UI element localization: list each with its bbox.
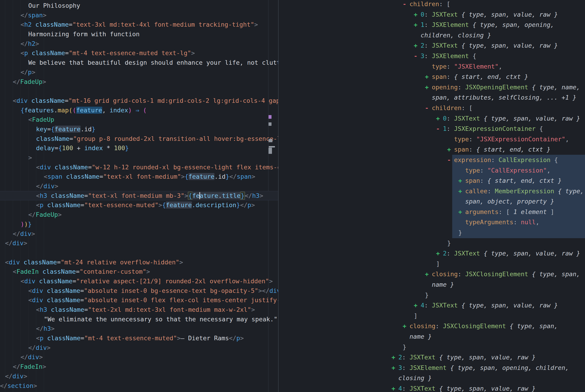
ast-line[interactable]: name }	[278, 280, 585, 290]
code-line[interactable]: <p className="mt-4 text-essence-muted te…	[0, 48, 278, 58]
ast-line[interactable]: +closing: JSXClosingElement { type, span…	[278, 321, 585, 332]
code-line[interactable]: </FadeUp>	[0, 77, 278, 86]
code-line[interactable]: We believe that beautiful design should …	[0, 58, 278, 68]
ast-line[interactable]: +4: JSXText { type, span, value, raw }	[278, 383, 585, 392]
code-line[interactable]: <p className="text-essence-muted">{featu…	[0, 200, 278, 210]
code-line[interactable]: </section>	[0, 381, 278, 391]
overview-ruler-mark[interactable]	[268, 148, 272, 154]
ast-line[interactable]: +2: JSXText { type, span, value, raw }	[278, 352, 585, 362]
ast-line[interactable]: +2: JSXText { type, span, value, raw }	[278, 248, 585, 259]
ast-line[interactable]: children, closing }	[278, 30, 585, 40]
ast-line[interactable]: +span: { start, end, ctxt }	[278, 176, 585, 186]
ast-line[interactable]: +0: JSXText { type, span, value, raw }	[278, 9, 585, 20]
code-line[interactable]: </h2>	[0, 39, 278, 48]
code-line[interactable]: ))}	[0, 220, 278, 229]
code-line[interactable]: <div className="w-12 h-12 rounded-xl bg-…	[0, 162, 278, 172]
ast-line[interactable]: +1: JSXElement { type, span, opening,	[278, 20, 585, 30]
pane-divider[interactable]	[278, 0, 278, 392]
ast-line[interactable]: +closing: JSXClosingElement { type, span…	[278, 269, 585, 280]
collapse-minus-icon[interactable]: -	[403, 0, 410, 9]
ast-line[interactable]: }	[278, 290, 585, 300]
code-line[interactable]: </span>	[0, 10, 278, 20]
overview-ruler-mark[interactable]	[268, 122, 271, 126]
expand-plus-icon[interactable]: +	[414, 20, 421, 30]
code-line[interactable]: </div>	[0, 238, 278, 248]
code-line[interactable]: <div className="mt-16 grid grid-cols-1 m…	[0, 96, 278, 106]
ast-line[interactable]: +2: JSXText { type, span, value, raw }	[278, 40, 585, 51]
code-line[interactable]: </div>	[0, 343, 278, 352]
expand-plus-icon[interactable]: +	[414, 9, 421, 20]
ast-line[interactable]: +4: JSXText { type, span, value, raw }	[278, 300, 585, 311]
expand-plus-icon[interactable]: +	[447, 144, 454, 155]
ast-line[interactable]: +span: { start, end, ctxt }	[278, 72, 585, 82]
code-line[interactable]: </FadeIn>	[0, 362, 278, 372]
ast-line[interactable]: +opening: JSXOpeningElement { type, name…	[278, 82, 585, 92]
code-line[interactable]	[0, 248, 278, 258]
overview-ruler-mark[interactable]	[268, 115, 271, 119]
code-editor-pane[interactable]: Our Philosophy</span><h2 className="text…	[0, 0, 278, 392]
ast-line[interactable]: +callee: MemberExpression { type,	[278, 186, 585, 196]
overview-ruler-mark[interactable]	[268, 139, 272, 142]
ast-line[interactable]: -3: JSXElement {	[278, 51, 585, 61]
code-line[interactable]	[0, 86, 278, 96]
code-line[interactable]: </FadeUp>	[0, 210, 278, 220]
expand-plus-icon[interactable]: +	[392, 383, 398, 392]
code-line[interactable]: </div>	[0, 182, 278, 191]
expand-plus-icon[interactable]: +	[414, 40, 421, 51]
ast-line[interactable]: name }	[278, 332, 585, 342]
ast-line[interactable]: }	[278, 342, 585, 352]
code-line[interactable]: <div className="relative aspect-[21/9] r…	[0, 276, 278, 286]
ast-line[interactable]: }	[278, 238, 585, 248]
expand-plus-icon[interactable]: +	[425, 72, 432, 82]
code-line[interactable]: Harmonizing form with function	[0, 30, 278, 39]
ast-line[interactable]: closing }	[278, 373, 585, 383]
ast-line[interactable]: ]	[278, 259, 585, 269]
ast-line[interactable]: -children: [	[278, 0, 585, 9]
expand-plus-icon[interactable]: +	[425, 82, 432, 92]
code-line[interactable]: <div className="mt-24 relative overflow-…	[0, 258, 278, 267]
ast-line[interactable]: type: "JSXElement",	[278, 61, 585, 72]
ast-line[interactable]: ]	[278, 311, 585, 321]
code-line[interactable]: <span className="text-xl font-medium">{f…	[0, 172, 278, 182]
ast-line[interactable]: span, attributes, selfClosing, ... +1 }	[278, 92, 585, 103]
code-line[interactable]: <h2 className="text-3xl md:text-4xl font…	[0, 20, 278, 30]
expand-plus-icon[interactable]: +	[425, 269, 432, 280]
ast-lines[interactable]: -children: [+0: JSXText { type, span, va…	[278, 0, 585, 392]
ast-line[interactable]: +3: JSXElement { type, span, opening, ch…	[278, 362, 585, 373]
code-line[interactable]: </div>	[0, 352, 278, 362]
ast-line[interactable]: -children: [	[278, 103, 585, 113]
expand-plus-icon[interactable]: +	[458, 207, 465, 217]
ast-line[interactable]: -1: JSXExpressionContainer {	[278, 124, 585, 134]
expand-plus-icon[interactable]: +	[403, 321, 410, 332]
ast-line[interactable]: +arguments: [ 1 element ]	[278, 207, 585, 217]
ast-line[interactable]: type: "CallExpression",	[278, 165, 585, 176]
code-line[interactable]: <FadeUp	[0, 115, 278, 124]
code-line-current[interactable]: <h3 className="text-xl font-medium mb-3"…	[0, 191, 278, 200]
expand-plus-icon[interactable]: +	[414, 300, 421, 311]
expand-plus-icon[interactable]: +	[392, 362, 398, 373]
code-line[interactable]: <div className="absolute inset-0 flex fl…	[0, 295, 278, 305]
code-lines[interactable]: Our Philosophy</span><h2 className="text…	[0, 1, 278, 390]
collapse-minus-icon[interactable]: -	[414, 51, 421, 61]
expand-plus-icon[interactable]: +	[458, 186, 465, 196]
expand-plus-icon[interactable]: +	[436, 113, 443, 124]
code-line[interactable]: >	[0, 153, 278, 162]
ast-line[interactable]: }	[278, 228, 585, 238]
code-line[interactable]: <p className="mt-4 text-essence-muted">—…	[0, 334, 278, 343]
code-line[interactable]: <FadeIn className="container-custom">	[0, 267, 278, 276]
ast-tree-pane[interactable]: -children: [+0: JSXText { type, span, va…	[278, 0, 585, 392]
ast-line[interactable]: +span: { start, end, ctxt }	[278, 144, 585, 155]
code-line[interactable]: <h3 className="text-2xl md:text-3xl font…	[0, 305, 278, 314]
collapse-minus-icon[interactable]: -	[436, 124, 443, 134]
code-line[interactable]: delay={100 + index * 100}	[0, 143, 278, 153]
code-line[interactable]: {features.map((feature, index) ⇒ (	[0, 106, 278, 115]
expand-plus-icon[interactable]: +	[436, 248, 443, 259]
code-line[interactable]: </div>	[0, 229, 278, 238]
ast-line[interactable]: span, object, property }	[278, 196, 585, 207]
code-line[interactable]: Our Philosophy	[0, 1, 278, 10]
code-line[interactable]: </p>	[0, 68, 278, 77]
code-line[interactable]: className="group p-8 rounded-2xl transit…	[0, 134, 278, 144]
collapse-minus-icon[interactable]: -	[425, 103, 432, 113]
collapse-minus-icon[interactable]: -	[447, 155, 454, 165]
ast-line[interactable]: +0: JSXText { type, span, value, raw }	[278, 113, 585, 124]
